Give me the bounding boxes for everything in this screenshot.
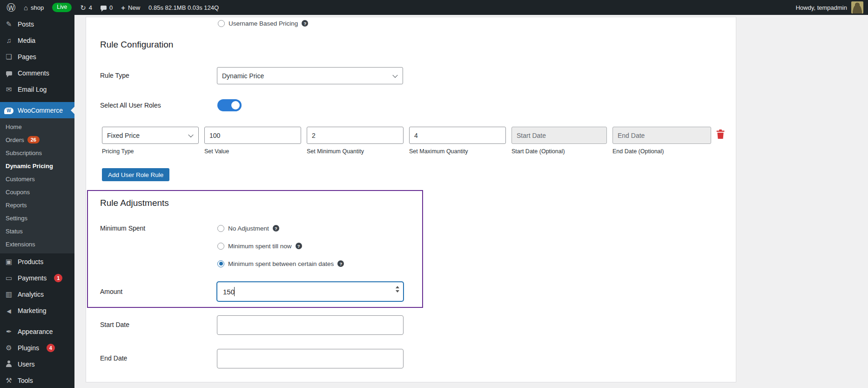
adjustment-option-between-dates[interactable]: Minimum spent between certain dates [217,260,344,267]
orders-count-badge: 26 [27,136,40,143]
help-icon[interactable] [302,20,308,27]
menu-separator [0,97,74,102]
max-quantity-input[interactable] [409,127,506,144]
spin-up-icon[interactable] [396,286,399,288]
tools-icon [4,377,13,384]
rule-type-select[interactable]: Dynamic Price [217,67,403,84]
sidebar-item-label: Users [18,361,35,368]
help-icon[interactable] [273,225,279,231]
submenu-item-subscriptions[interactable]: Subscriptions [0,146,74,159]
pricing-type-select[interactable]: Fixed Price [102,127,199,144]
delete-rule-button[interactable] [716,129,725,139]
radio-icon[interactable] [217,225,224,232]
payments-count-badge: 1 [54,274,62,282]
comment-bubble-icon [101,6,107,10]
amount-input[interactable] [217,282,404,301]
option-label: No Adjustment [228,225,269,232]
performance-stats: 0.85s 82.1MB 0.03s 124Q [148,4,219,11]
add-user-role-rule-button[interactable]: Add User Role Rule [102,168,169,181]
sidebar-item-label: Products [18,258,43,265]
card-icon [4,274,13,281]
site-name-menu[interactable]: shop [24,4,44,11]
set-value-input[interactable] [204,127,301,144]
person-icon [4,360,13,368]
option-label: Minimum spent between certain dates [228,260,334,267]
sidebar-item-label: Tools [18,377,33,384]
menu-separator [0,319,74,323]
admin-bar-right: Howdy, tempadmin [796,1,868,14]
submenu-item-reports[interactable]: Reports [0,198,74,211]
minimum-spent-label: Minimum Spent [100,225,145,232]
min-quantity-input[interactable] [307,127,404,144]
admin-bar: shop Live 4 0 New 0.85s 82.1MB 0.03s 124… [0,0,868,15]
option-label: Username Based Pricing [229,20,298,27]
option-label: Minimum spent till now [228,243,292,250]
rule-type-select-wrap: Dynamic Price [217,67,403,84]
woocommerce-logo-icon: W [4,106,13,114]
user-avatar[interactable] [851,1,863,14]
radio-icon[interactable] [217,260,224,267]
sidebar-item-comments[interactable]: Comments [0,65,74,81]
chart-icon [4,291,13,298]
sidebar-item-plugins[interactable]: Plugins 4 [0,340,74,356]
adjustment-end-date-input[interactable] [217,349,404,368]
brush-icon [4,328,13,335]
submenu-item-status[interactable]: Status [0,225,74,238]
submenu-item-customers[interactable]: Customers [0,172,74,185]
rule-adjustments-heading: Rule Adjustments [100,198,169,208]
sidebar-item-label: Media [18,37,35,44]
submenu-item-orders[interactable]: Orders 26 [0,133,74,146]
rule-start-date-input[interactable] [511,127,607,144]
submenu-item-home[interactable]: Home [0,120,74,133]
howdy-text[interactable]: Howdy, tempadmin [796,4,847,11]
live-badge[interactable]: Live [52,3,72,12]
sidebar-item-pages[interactable]: Pages [0,48,74,65]
adjustment-option-no-adjustment[interactable]: No Adjustment [217,225,279,232]
sidebar-item-marketing[interactable]: Marketing [0,302,74,319]
radio-icon[interactable] [217,243,224,250]
select-all-roles-toggle[interactable] [217,99,242,111]
rule-end-date-input[interactable] [612,127,711,144]
help-icon[interactable] [337,260,344,267]
max-quantity-caption: Set Maximum Quantity [409,148,468,155]
adjustment-option-till-now[interactable]: Minimum spent till now [217,242,302,250]
comments-menu[interactable]: 0 [101,4,113,11]
pricing-mode-option-username[interactable]: Username Based Pricing [218,20,308,27]
sidebar-item-label: Analytics [18,291,44,298]
submenu-item-coupons[interactable]: Coupons [0,185,74,198]
sidebar-item-payments[interactable]: Payments 1 [0,270,74,286]
main-content: Username Based Pricing Rule Configuratio… [74,15,868,388]
pages-icon [4,53,13,60]
help-icon[interactable] [296,243,302,249]
sidebar-item-email-log[interactable]: Email Log [0,81,74,97]
sidebar-item-label: Comments [18,69,49,77]
sidebar-item-users[interactable]: Users [0,356,74,372]
sidebar-item-appearance[interactable]: Appearance [0,323,74,340]
set-value-caption: Set Value [204,148,229,155]
admin-sidebar: Posts Media Pages Comments Email Log W W… [0,15,74,388]
sidebar-item-label: Payments [18,274,47,282]
sidebar-item-label: Plugins [18,344,39,352]
admin-bar-left: shop Live 4 0 New 0.85s 82.1MB 0.03s 124… [0,3,219,12]
adjustment-start-date-input[interactable] [217,315,404,335]
sidebar-item-woocommerce[interactable]: W WooCommerce [0,102,74,118]
radio-icon[interactable] [218,20,225,27]
comments-count: 0 [109,4,113,11]
sidebar-item-analytics[interactable]: Analytics [0,286,74,302]
sidebar-item-products[interactable]: Products [0,253,74,270]
updates-menu[interactable]: 4 [80,4,92,11]
megaphone-icon [4,307,13,314]
sidebar-item-tools[interactable]: Tools [0,372,74,388]
toggle-knob [231,101,240,109]
sidebar-item-media[interactable]: Media [0,32,74,48]
amount-input-wrap [217,282,404,301]
text-caret [234,287,235,296]
submenu-item-settings[interactable]: Settings [0,211,74,225]
wordpress-logo-menu[interactable] [7,3,15,12]
new-content-menu[interactable]: New [121,4,140,11]
submenu-item-extensions[interactable]: Extensions [0,238,74,251]
submenu-item-dynamic-pricing[interactable]: Dynamic Pricing [0,159,74,172]
spin-down-icon[interactable] [396,290,399,293]
site-name: shop [31,4,44,11]
sidebar-item-posts[interactable]: Posts [0,16,74,32]
